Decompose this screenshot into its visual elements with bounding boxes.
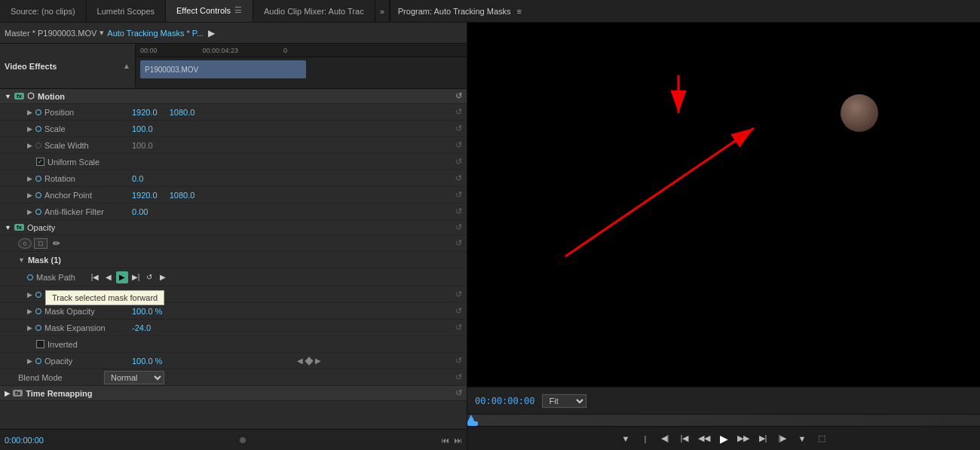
mask-expansion-expand-icon[interactable]: ▶ — [27, 324, 32, 332]
position-row: ▶ Position 1920.0 1080.0 ↺ — [0, 104, 467, 121]
scale-width-reset[interactable]: ↺ — [455, 140, 462, 150]
play-button[interactable]: ▶ — [208, 28, 215, 38]
opacity-reset[interactable]: ↺ — [455, 222, 462, 232]
transport-export-btn[interactable]: ⬚ — [814, 431, 829, 446]
mask-opacity-val[interactable]: 100.0 % — [132, 307, 162, 316]
tab-effect-controls[interactable]: Effect Controls ☰ — [166, 0, 253, 22]
mask-1-expand-icon[interactable]: ▼ — [18, 256, 25, 264]
rotation-reset[interactable]: ↺ — [455, 173, 462, 183]
opacity-value-row: ▶ Opacity 100.0 % ◀ ▶ ↺ — [0, 353, 467, 369]
opacity-value-expand-icon[interactable]: ▶ — [27, 357, 32, 365]
menu-icon[interactable]: ☰ — [234, 5, 242, 15]
next-btn[interactable]: ⏭ — [454, 436, 462, 445]
rotation-expand-icon[interactable]: ▶ — [27, 175, 32, 182]
scale-val[interactable]: 100.0 — [132, 124, 153, 133]
uniform-scale-checkbox[interactable] — [36, 158, 44, 166]
fit-select[interactable]: Fit 25% 50% 75% 100% — [542, 394, 586, 408]
scale-reset[interactable]: ↺ — [455, 124, 462, 133]
transport-mark-out-btn[interactable]: ▼ — [795, 431, 810, 446]
position-val2[interactable]: 1080.0 — [170, 108, 195, 117]
motion-section-header: ▼ fx ⬡ Motion ↺ — [0, 89, 467, 104]
motion-reset-btn[interactable]: ↺ — [455, 91, 462, 101]
kf-next-btn[interactable]: ▶ — [315, 357, 321, 365]
opacity-value-reset[interactable]: ↺ — [455, 356, 462, 366]
anchor-point-val2[interactable]: 1080.0 — [170, 191, 195, 200]
transport-ff-btn[interactable]: ▶▶ — [736, 431, 751, 446]
transport-play-btn[interactable]: ▶ — [716, 431, 731, 446]
position-val1[interactable]: 1920.0 — [132, 108, 158, 117]
mask-opacity-expand-icon[interactable]: ▶ — [27, 308, 32, 315]
opacity-value-val[interactable]: 100.0 % — [132, 357, 162, 366]
svg-line-1 — [565, 128, 754, 256]
mask-expansion-row: ▶ Mask Expansion -24.0 ↺ — [0, 320, 467, 336]
mask-opacity-row: ▶ Mask Opacity 100.0 % ↺ — [0, 303, 467, 320]
timeline-area: Video Effects ▲ 00:00 00:00:04:23 0 P190… — [0, 44, 467, 89]
transport-frame-fwd-btn[interactable]: |▶ — [775, 431, 790, 446]
mask-expansion-keyframe-icon — [35, 325, 41, 331]
top-tab-bar: Source: (no clips) Lumetri Scopes Effect… — [0, 0, 980, 23]
transport-frame-back-btn[interactable]: ◀| — [657, 431, 672, 446]
transport-next-edit-btn[interactable]: ▶| — [755, 431, 770, 446]
tab-source[interactable]: Source: (no clips) — [0, 0, 87, 22]
uniform-scale-reset[interactable]: ↺ — [455, 157, 462, 167]
clip-chevron[interactable]: ▾ — [100, 28, 104, 38]
mask-first-frame-btn[interactable]: |◀ — [89, 271, 101, 283]
mask-play-forward-btn[interactable]: ▶ — [116, 271, 128, 283]
rotation-row: ▶ Rotation 0.0 ↺ — [0, 170, 467, 187]
blend-mode-reset[interactable]: ↺ — [455, 372, 462, 382]
mask-next-frame-btn[interactable]: ▶| — [130, 271, 142, 283]
prev-btn[interactable]: ⏮ — [441, 436, 449, 445]
time-remap-expand-icon[interactable]: ▶ — [5, 390, 10, 397]
anti-flicker-reset[interactable]: ↺ — [455, 207, 462, 216]
anchor-point-val1[interactable]: 1920.0 — [132, 191, 158, 200]
transport-rewind-btn[interactable]: ◀◀ — [697, 431, 712, 446]
rotation-val[interactable]: 0.0 — [132, 174, 143, 183]
motion-collapse-icon[interactable]: ▼ — [5, 93, 11, 100]
scale-expand-icon[interactable]: ▶ — [27, 125, 32, 133]
position-label: Position — [44, 108, 127, 117]
position-expand-icon[interactable]: ▶ — [27, 109, 32, 116]
timeline-clip-bar[interactable]: P1900003.MOV — [140, 60, 306, 78]
right-panel: 00:00:00:00 Fit 25% 50% 75% 100% ▼ | ◀| … — [467, 23, 980, 450]
position-reset[interactable]: ↺ — [455, 107, 462, 117]
scale-width-expand-icon[interactable]: ▶ — [27, 142, 32, 149]
kf-prev-btn[interactable]: ◀ — [297, 357, 303, 365]
tab-audio-mixer[interactable]: Audio Clip Mixer: Auto Trac — [253, 0, 375, 22]
rect-mask-btn[interactable]: □ — [34, 238, 47, 249]
scale-row: ▶ Scale 100.0 ↺ — [0, 121, 467, 137]
inverted-checkbox[interactable] — [36, 340, 44, 348]
scroll-up-btn[interactable]: ▲ — [123, 62, 130, 70]
inverted-row: Inverted — [0, 336, 467, 353]
mask-expansion-val[interactable]: -24.0 — [132, 323, 151, 332]
opacity-collapse-icon[interactable]: ▼ — [5, 224, 11, 231]
mask-prev-frame-btn[interactable]: ◀ — [103, 271, 115, 283]
transport-step-back-btn[interactable]: | — [638, 431, 653, 446]
mask-opacity-reset[interactable]: ↺ — [455, 306, 462, 316]
mask-rewind-btn[interactable]: ↺ — [143, 271, 155, 283]
time-remap-reset[interactable]: ↺ — [455, 388, 462, 398]
ellipse-mask-btn[interactable]: ○ — [18, 238, 32, 249]
scale-width-val[interactable]: 100.0 — [132, 141, 153, 150]
tab-more-btn[interactable]: » — [375, 0, 389, 22]
anchor-point-expand-icon[interactable]: ▶ — [27, 191, 32, 199]
anchor-point-reset[interactable]: ↺ — [455, 190, 462, 200]
program-menu-icon[interactable]: ≡ — [517, 7, 522, 16]
anti-flicker-expand-icon[interactable]: ▶ — [27, 208, 32, 216]
scrub-track[interactable] — [467, 415, 980, 426]
pen-mask-btn[interactable]: ✏ — [50, 238, 63, 249]
mask-feather-reset[interactable]: ↺ — [455, 289, 462, 299]
mask-expansion-reset[interactable]: ↺ — [455, 323, 462, 332]
keyframe-diamond-icon[interactable] — [305, 357, 313, 365]
opacity-label: Opacity — [27, 223, 55, 232]
transport-prev-edit-btn[interactable]: |◀ — [677, 431, 692, 446]
mask-more-btn[interactable]: ▶ — [157, 271, 169, 283]
anti-flicker-val[interactable]: 0.00 — [132, 207, 148, 216]
tab-lumetri[interactable]: Lumetri Scopes — [87, 0, 166, 22]
effects-panel: ▼ fx ⬡ Motion ↺ ▶ Position 1920.0 1080.0… — [0, 89, 467, 429]
mask-feather-expand-icon[interactable]: ▶ — [27, 291, 32, 298]
transport-mark-in-btn[interactable]: ▼ — [618, 431, 633, 446]
blend-mode-select[interactable]: Normal Multiply Screen Overlay — [104, 371, 164, 384]
timeline-ruler: 00:00 00:00:04:23 0 — [136, 44, 467, 57]
scrub-handle[interactable] — [467, 421, 478, 426]
mask-controls-reset[interactable]: ↺ — [455, 238, 462, 248]
